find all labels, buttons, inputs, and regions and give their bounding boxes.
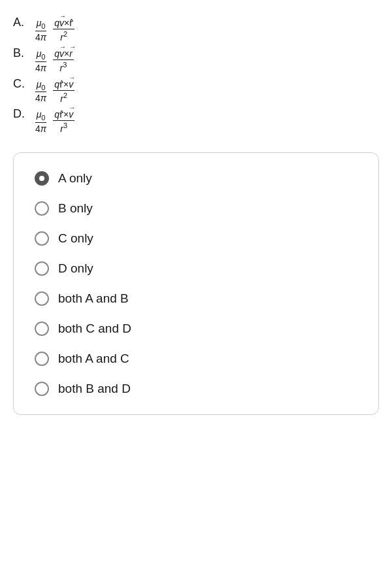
- radio-circle-b-only: [35, 201, 49, 216]
- radio-label-both-a-b: both A and B: [58, 291, 129, 306]
- numerator-a-right: qv→×r̂: [53, 18, 74, 29]
- math-expr-d: μ0 4π qr̂×v→ r3: [34, 109, 74, 134]
- radio-label-both-a-c: both A and C: [58, 352, 129, 366]
- math-expr-a: μ0 4π qv→×r̂ r2: [34, 18, 74, 42]
- radio-option-b-only[interactable]: B only: [29, 195, 363, 222]
- option-label-b: B.: [13, 46, 27, 60]
- formula-option-a: A. μ0 4π qv→×r̂ r2: [13, 16, 379, 42]
- radio-option-d-only[interactable]: D only: [29, 255, 363, 282]
- fraction-c-right: qr̂×v→ r2: [53, 79, 74, 104]
- radio-circle-c-only: [35, 231, 49, 246]
- radio-option-both-a-c[interactable]: both A and C: [29, 345, 363, 372]
- fraction-d-left: μ0 4π: [34, 109, 48, 134]
- denominator-b-left: 4π: [34, 62, 48, 73]
- fraction-b-left: μ0 4π: [34, 48, 48, 73]
- denominator-a-left: 4π: [34, 31, 48, 42]
- radio-option-c-only[interactable]: C only: [29, 225, 363, 252]
- denominator-b-right: r3: [59, 60, 69, 73]
- denominator-d-left: 4π: [34, 123, 48, 134]
- formula-options: A. μ0 4π qv→×r̂ r2 B. μ0 4π qv→×r→ r3: [13, 16, 379, 134]
- numerator-a-left: μ0: [35, 18, 47, 31]
- radio-circle-both-a-b: [35, 291, 49, 306]
- radio-circle-both-c-d: [35, 322, 49, 336]
- option-label-a: A.: [13, 16, 27, 29]
- radio-label-both-c-d: both C and D: [58, 322, 131, 336]
- numerator-c-right: qr̂×v→: [53, 79, 74, 91]
- math-expr-b: μ0 4π qv→×r→ r3: [34, 48, 74, 73]
- answer-selection-box: A only B only C only D only both A and B…: [13, 152, 379, 415]
- radio-circle-both-b-d: [35, 382, 49, 396]
- numerator-d-right: qr̂×v→: [53, 109, 74, 121]
- formula-option-c: C. μ0 4π qr̂×v→ r2: [13, 77, 379, 104]
- radio-option-both-b-d[interactable]: both B and D: [29, 375, 363, 403]
- radio-label-b-only: B only: [58, 201, 93, 216]
- denominator-d-right: r3: [59, 121, 69, 134]
- radio-label-c-only: C only: [58, 231, 93, 246]
- radio-label-both-b-d: both B and D: [58, 382, 131, 396]
- radio-circle-d-only: [35, 261, 49, 276]
- option-label-c: C.: [13, 77, 27, 91]
- denominator-c-left: 4π: [34, 92, 48, 103]
- math-expr-c: μ0 4π qr̂×v→ r2: [34, 79, 74, 104]
- radio-circle-a-only: [35, 171, 49, 186]
- radio-option-a-only[interactable]: A only: [29, 165, 363, 192]
- option-label-d: D.: [13, 107, 27, 121]
- numerator-d-left: μ0: [35, 109, 47, 123]
- numerator-b-right: qv→×r→: [53, 48, 74, 60]
- denominator-a-right: r2: [59, 29, 69, 42]
- fraction-a-right: qv→×r̂ r2: [53, 18, 74, 42]
- fraction-c-left: μ0 4π: [34, 79, 48, 104]
- radio-label-d-only: D only: [58, 261, 93, 276]
- denominator-c-right: r2: [59, 91, 69, 104]
- formula-option-d: D. μ0 4π qr̂×v→ r3: [13, 107, 379, 134]
- fraction-d-right: qr̂×v→ r3: [53, 109, 74, 134]
- radio-option-both-c-d[interactable]: both C and D: [29, 315, 363, 342]
- radio-option-both-a-b[interactable]: both A and B: [29, 285, 363, 312]
- radio-circle-both-a-c: [35, 352, 49, 366]
- fraction-a-left: μ0 4π: [34, 18, 48, 42]
- fraction-b-right: qv→×r→ r3: [53, 48, 74, 73]
- formula-option-b: B. μ0 4π qv→×r→ r3: [13, 46, 379, 73]
- radio-label-a-only: A only: [58, 171, 92, 186]
- numerator-c-left: μ0: [35, 79, 47, 93]
- numerator-b-left: μ0: [35, 48, 47, 62]
